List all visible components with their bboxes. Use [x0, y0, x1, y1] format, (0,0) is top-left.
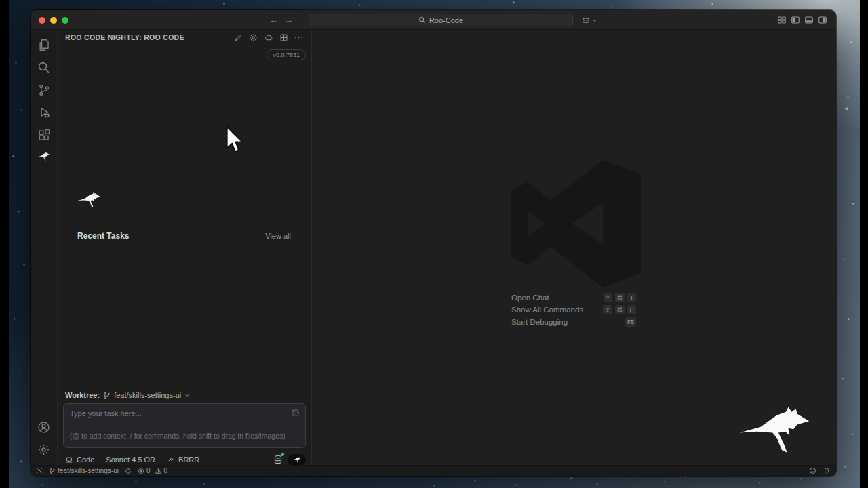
traffic-lights [39, 17, 68, 24]
warning-count: 0 [164, 467, 168, 474]
keycap: P [627, 305, 636, 314]
search-icon [418, 16, 426, 24]
watermark-shortcuts: Open Chat ^ ⌘ I Show All Commands ⇧ ⌘ P [511, 293, 636, 327]
keycap: ⌘ [615, 293, 625, 302]
mode-selector[interactable]: Code [65, 455, 94, 464]
cloud-icon[interactable] [264, 33, 273, 42]
settings-gear-icon[interactable] [249, 33, 258, 42]
toggle-primary-sidebar-icon[interactable] [791, 16, 800, 24]
warning-icon [155, 468, 162, 474]
mouse-cursor [226, 126, 246, 155]
vscode-logo-watermark [504, 159, 648, 289]
command-center-text: Roo-Code [429, 16, 463, 24]
git-branch-icon [103, 392, 111, 399]
keycap: ⌘ [615, 305, 625, 314]
auto-approve-toggle[interactable]: BRRR [167, 455, 199, 464]
chevron-down-icon [592, 18, 597, 23]
account-icon[interactable] [31, 416, 58, 439]
roo-code-panel: ROO CODE NIGHTLY: ROO CODE [58, 30, 312, 465]
auto-approve-icon [167, 456, 175, 463]
recent-tasks-heading: Recent Tasks [77, 231, 265, 241]
keycap: ⇧ [603, 305, 612, 314]
task-input-placeholder: Type your task here... [70, 409, 299, 418]
worktree-branch-name: feat/skills-settings-ui [114, 391, 181, 399]
send-button[interactable] [288, 454, 306, 466]
titlebar: ← → Roo-Code [31, 10, 836, 30]
source-control-icon[interactable] [31, 79, 58, 101]
new-task-pencil-icon[interactable] [234, 33, 243, 42]
marketplace-icon[interactable] [279, 33, 288, 42]
branch-name: feat/skills-settings-ui [58, 467, 119, 474]
status-dot [281, 453, 284, 456]
pillarbox-left [0, 0, 9, 488]
statusbar-branch[interactable]: feat/skills-settings-ui [49, 467, 119, 474]
roo-logo [77, 192, 104, 209]
error-count: 0 [146, 467, 151, 474]
remote-indicator[interactable] [37, 468, 43, 474]
add-image-icon[interactable] [291, 409, 300, 417]
command-center-search[interactable]: Roo-Code [309, 14, 573, 26]
copilot-menu[interactable] [581, 10, 597, 30]
roo-kangaroo-icon[interactable] [31, 146, 58, 168]
more-actions-button[interactable]: ··· [294, 34, 304, 41]
roo-logo-large [737, 406, 818, 460]
shortcut-open-chat: Open Chat ^ ⌘ I [511, 293, 636, 302]
panel-title: ROO CODE NIGHTLY: ROO CODE [65, 33, 234, 41]
settings-gear-icon[interactable] [31, 439, 58, 461]
keycap: I [627, 293, 636, 302]
status-bar: feat/skills-settings-ui 0 [31, 465, 836, 476]
worktree-selector[interactable]: Worktree: feat/skills-settings-ui [65, 391, 190, 399]
pillarbox-right [860, 0, 868, 488]
run-debug-icon[interactable] [31, 101, 58, 123]
customize-layout-icon[interactable] [777, 16, 787, 24]
git-branch-icon [49, 468, 56, 474]
task-input-hint: (@ to add context, / for commands, hold … [70, 432, 288, 440]
auto-approve-label: BRRR [178, 455, 199, 464]
desktop: ← → Roo-Code [0, 0, 868, 488]
keycap: F5 [625, 317, 636, 327]
close-button[interactable] [39, 17, 45, 24]
sync-icon[interactable] [125, 468, 132, 474]
model-label: Sonnet 4.5 OR [106, 455, 155, 464]
editor-area: Open Chat ^ ⌘ I Show All Commands ⇧ ⌘ P [312, 30, 836, 465]
worktree-label: Worktree: [65, 391, 100, 399]
mode-label: Code [77, 455, 94, 464]
problems-indicator[interactable]: 0 0 [138, 467, 167, 474]
error-icon [138, 468, 144, 474]
feedback-smiley-icon[interactable] [809, 467, 816, 474]
search-icon[interactable] [31, 56, 58, 79]
chevron-down-icon [184, 392, 190, 398]
model-selector[interactable]: Sonnet 4.5 OR [106, 455, 155, 464]
zoom-button[interactable] [62, 17, 68, 24]
version-badge: v0.0.7831 [267, 49, 306, 60]
shortcut-label: Show All Commands [511, 306, 603, 314]
extensions-icon[interactable] [31, 123, 58, 146]
forward-button[interactable]: → [284, 15, 293, 25]
code-mode-icon [65, 456, 73, 464]
context-usage-button[interactable] [273, 455, 283, 464]
notifications-bell-icon[interactable] [823, 467, 830, 474]
keycap: ^ [604, 293, 612, 302]
copilot-icon [581, 16, 591, 25]
panel-header: ROO CODE NIGHTLY: ROO CODE [58, 30, 311, 45]
shortcut-start-debugging: Start Debugging F5 [511, 317, 636, 327]
explorer-icon[interactable] [31, 34, 58, 56]
toggle-secondary-sidebar-icon[interactable] [818, 16, 827, 24]
toggle-panel-icon[interactable] [804, 16, 814, 24]
vscode-window: ← → Roo-Code [31, 10, 836, 476]
view-all-link[interactable]: View all [265, 232, 291, 240]
shortcut-label: Start Debugging [511, 318, 625, 326]
shortcut-label: Open Chat [511, 293, 604, 302]
back-button[interactable]: ← [269, 15, 278, 25]
shortcut-show-all-commands: Show All Commands ⇧ ⌘ P [511, 305, 636, 314]
minimize-button[interactable] [50, 17, 57, 24]
activity-bar [31, 30, 58, 465]
roo-kangaroo-icon [292, 457, 302, 463]
task-input[interactable]: Type your task here... (@ to add context… [63, 403, 306, 448]
